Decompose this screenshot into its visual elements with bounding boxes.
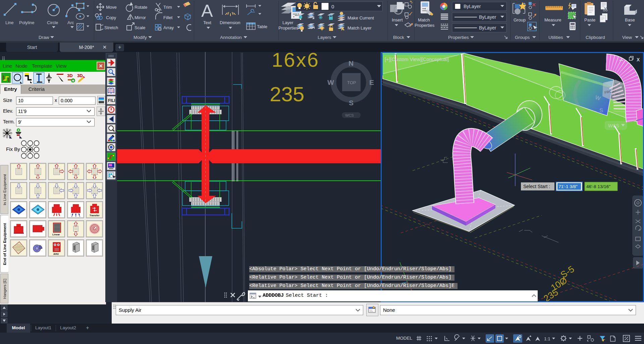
svg-text:Select Start :: Select Start : [523,184,550,189]
svg-text:Utilities: Utilities [548,35,563,40]
svg-text:E: E [369,78,374,86]
svg-text:ByLayer: ByLayer [464,4,481,9]
svg-text:Properties: Properties [448,35,469,40]
svg-text:Block: Block [393,35,404,40]
svg-text:16x6: 16x6 [272,52,319,71]
svg-text:N: N [348,59,354,67]
svg-text:Insert: Insert [392,17,403,22]
svg-text:Measure: Measure [544,17,561,22]
svg-text:WCS: WCS [608,123,619,128]
svg-text:46'-8 13/16": 46'-8 13/16" [586,184,610,189]
svg-text:A: A [201,1,213,20]
svg-text:Fillet: Fillet [163,15,173,20]
svg-text:Match Layer: Match Layer [347,25,372,31]
svg-text:Group: Group [514,17,526,22]
svg-text:Base: Base [625,17,635,22]
svg-text:Transfer: Transfer [90,214,100,217]
svg-text:Table: Table [257,24,267,29]
svg-text:Polyline: Polyline [19,20,35,25]
svg-text:Layers: Layers [318,35,331,40]
svg-text:Rotate: Rotate [135,5,147,10]
svg-text:Match: Match [418,17,430,22]
svg-text:WCS: WCS [345,113,354,117]
svg-text:TOP: TOP [347,80,356,85]
svg-text:W: W [327,78,334,86]
svg-text:ByLayer: ByLayer [479,25,496,31]
svg-text:Layer: Layer [282,20,293,25]
svg-text:Dimension: Dimension [220,20,240,25]
svg-text:1:1: 1:1 [544,336,550,341]
svg-text:0: 0 [331,4,334,9]
svg-text:Make Current: Make Current [347,15,374,20]
svg-text:Draw: Draw [39,35,49,40]
svg-text:Modify: Modify [133,35,147,40]
svg-text:71'-1 3/8": 71'-1 3/8" [558,184,578,189]
svg-text:AHU: AHU [53,252,59,255]
svg-text:Text: Text [203,20,211,25]
svg-text:ByLayer: ByLayer [479,14,496,20]
svg-text:X: X [637,57,640,62]
svg-text:Scale: Scale [135,25,146,30]
svg-text:235: 235 [270,82,304,106]
svg-text:S: S [599,107,603,114]
svg-text:Mirror: Mirror [135,15,146,20]
svg-text:Annotation: Annotation [220,35,242,40]
svg-text:FILl: FILl [108,98,115,103]
svg-text:Trim: Trim [163,5,172,10]
svg-text:Array: Array [163,25,174,30]
svg-text:Properties: Properties [278,25,299,31]
svg-text:Line: Line [5,20,14,25]
svg-text:Clipboard: Clipboard [586,35,605,40]
svg-text:Move: Move [106,5,117,10]
svg-text:S: S [349,99,354,107]
svg-text:Arc: Arc [67,20,74,25]
svg-text:Paste: Paste [584,17,595,22]
svg-text:Properties: Properties [415,23,435,28]
svg-text:[+][Custom View][Conceptual]: [+][Custom View][Conceptual] [385,57,449,62]
svg-text:View: View [622,35,632,40]
svg-text:Copy: Copy [106,15,116,20]
svg-text:Circle: Circle [47,20,58,25]
svg-text:Stretch: Stretch [104,25,118,30]
svg-text:Groups: Groups [515,35,530,40]
svg-text:Linear: Linear [52,233,60,236]
